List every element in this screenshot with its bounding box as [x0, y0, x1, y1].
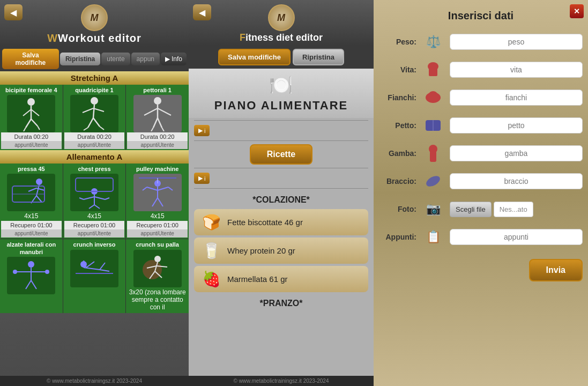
- exercise-card-chestpress[interactable]: chest press 4x15 Recupero 0: [63, 164, 126, 239]
- diet-ripristina-button[interactable]: Ripristina: [293, 49, 344, 65]
- svg-line-46: [158, 198, 163, 206]
- exercise-card-pressa[interactable]: pressa 45 4x15 Recupero 01:00 ap: [0, 164, 63, 239]
- svg-point-56: [45, 270, 49, 274]
- petto-input[interactable]: [450, 117, 583, 133]
- food-name-marmellata: Marmellata 61 gr: [227, 274, 288, 284]
- svg-line-11: [93, 108, 104, 112]
- svg-line-4: [26, 119, 31, 128]
- food-name-whey: Whey protein 20 gr: [227, 246, 295, 255]
- food-item-marmellata[interactable]: 🍓 Marmellata 61 gr: [194, 266, 368, 292]
- braccio-label: Braccio:: [379, 177, 416, 185]
- food-item-fette[interactable]: 🍞 Fette biscottate 46 gr: [194, 209, 368, 235]
- vita-row: Vita:: [379, 58, 583, 81]
- ricette-button[interactable]: Ricette: [250, 144, 312, 165]
- vita-input[interactable]: [450, 62, 583, 78]
- svg-line-9: [93, 105, 94, 118]
- exercise-img-chestpress: [70, 174, 118, 211]
- back-button-diet[interactable]: ◀: [193, 4, 211, 20]
- food-item-whey[interactable]: 🥛 Whey protein 20 gr: [194, 237, 368, 264]
- exercise-name-crunchinverso: crunch inverso: [73, 241, 116, 248]
- foto-value: Nes...ato: [494, 202, 533, 217]
- svg-point-55: [13, 270, 17, 274]
- food-name-fette: Fette biscottate 46 gr: [227, 218, 303, 227]
- diet-body: 🍽️ PIANO ALIMENTARE ▶ i Ricette ▶ i *COL…: [189, 69, 374, 376]
- gamba-input[interactable]: [450, 145, 583, 161]
- workout-header: ◀ M WWorkout editor: [0, 0, 189, 47]
- exercise-name-alzate: alzate laterali con manubri: [1, 241, 62, 255]
- appunti-row: Appunti: 📋: [379, 226, 583, 248]
- exercise-card-crunchpalla[interactable]: crunch su palla 3x20 (zona lombare sempr…: [126, 239, 189, 313]
- svg-point-66: [143, 260, 162, 279]
- diet-salva-button[interactable]: Salva modifiche: [218, 49, 291, 65]
- exercise-reps-chestpress: 4x15: [87, 211, 101, 221]
- foto-label: Foto:: [379, 205, 416, 213]
- appun-button[interactable]: appun: [131, 53, 160, 65]
- exercise-recovery-chestpress: Recupero 01:00: [64, 221, 125, 229]
- food-icon-fette: 🍞: [200, 213, 222, 231]
- exercise-card-quadricipite[interactable]: quadricipite 1 Durata 00:20 appuntiUtent: [63, 85, 126, 150]
- diet-logo: M: [268, 4, 295, 31]
- exercise-img-crunchpalla: [133, 250, 182, 287]
- workout-body: Stretching A bicipite femorale 4: [0, 71, 189, 376]
- workout-panel: ◀ M WWorkout editor Salva modifiche Ripr…: [0, 0, 189, 386]
- svg-line-2: [23, 109, 31, 116]
- food-icon: 🍽️: [269, 74, 293, 96]
- braccio-icon: [422, 170, 444, 192]
- exercise-recovery-pulley: Recupero 01:00: [127, 221, 188, 229]
- peso-label: Peso:: [379, 38, 416, 46]
- exercise-notes-pettorali: appuntiUtente: [127, 141, 188, 149]
- ripristina-button-workout[interactable]: Ripristina: [60, 53, 100, 65]
- fianchi-label: Fianchi:: [379, 93, 416, 102]
- svg-line-14: [84, 128, 88, 130]
- exercise-card-pettorali[interactable]: pettorali 1 Durata 00:20 appuntiUtente: [126, 85, 189, 150]
- svg-line-58: [31, 280, 36, 289]
- foto-row: Foto: 📷 Scegli file Nes...ato: [379, 198, 583, 220]
- exercise-card-alzate[interactable]: alzate laterali con manubri: [0, 239, 63, 313]
- exercise-card-pulley[interactable]: pulley machine 4x15: [126, 164, 189, 239]
- salva-modifiche-button[interactable]: Salva modifiche: [2, 49, 59, 69]
- fianchi-input[interactable]: [450, 90, 583, 106]
- svg-point-24: [36, 179, 42, 185]
- exercise-duration-quadricipite: Durata 00:20: [64, 132, 125, 141]
- svg-line-34: [84, 197, 94, 199]
- close-button[interactable]: ✕: [570, 4, 584, 18]
- invia-button[interactable]: Invia: [529, 259, 583, 281]
- back-button-workout[interactable]: ◀: [4, 4, 23, 20]
- diet-header: ◀ M Fitness diet editor: [189, 0, 374, 46]
- peso-input[interactable]: [450, 34, 583, 50]
- appunti-input[interactable]: [450, 229, 583, 245]
- appunti-icon: 📋: [422, 226, 444, 248]
- utente-button[interactable]: utente: [101, 53, 130, 65]
- svg-line-7: [38, 126, 40, 130]
- food-icon-whey: 🥛: [200, 242, 222, 259]
- colazione-header: *COLAZIONE*: [189, 191, 374, 207]
- svg-line-26: [28, 188, 36, 191]
- diet-title: Fitness diet editor: [194, 32, 368, 43]
- svg-point-8: [91, 97, 98, 105]
- exercise-duration-bicipite: Durata 00:20: [1, 132, 62, 141]
- diet-title-letter: F: [240, 32, 245, 43]
- exercise-name-bicipite: bicipite femorale 4: [5, 87, 57, 94]
- svg-point-0: [27, 98, 35, 106]
- data-panel: ✕ Inserisci dati Peso: ⚖️ Vita: Fianchi:: [374, 0, 588, 386]
- play-info-button-1[interactable]: ▶ i: [194, 125, 210, 136]
- svg-point-67: [154, 256, 161, 262]
- info-button[interactable]: ▶ Info: [161, 53, 187, 65]
- exercise-card-crunchinverso[interactable]: crunch inverso: [63, 239, 126, 313]
- svg-line-13: [93, 118, 100, 127]
- braccio-input[interactable]: [450, 173, 583, 189]
- gamba-row: Gamba:: [379, 142, 583, 165]
- play-info-button-2[interactable]: ▶ i: [194, 173, 210, 184]
- exercise-card-bicipite[interactable]: bicipite femorale 4 Durata 00:20 appunti: [0, 85, 63, 150]
- exercise-reps-pulley: 4x15: [151, 211, 165, 221]
- info-label-2: i: [204, 175, 205, 182]
- workout-title: WWorkout editor: [5, 32, 183, 44]
- allenamento-grid: pressa 45 4x15 Recupero 01:00 ap: [0, 164, 189, 313]
- scegli-file-button[interactable]: Scegli file: [450, 202, 492, 217]
- diet-title-rest: itness diet editor: [245, 32, 323, 43]
- workout-footer-text: © www.metabolictrainingsz.it 2023-2024: [47, 378, 142, 384]
- svg-line-19: [158, 108, 171, 115]
- svg-line-48: [168, 187, 173, 190]
- section-header-stretching: Stretching A: [0, 71, 189, 85]
- diet-panel: ◀ M Fitness diet editor Salva modifiche …: [189, 0, 374, 386]
